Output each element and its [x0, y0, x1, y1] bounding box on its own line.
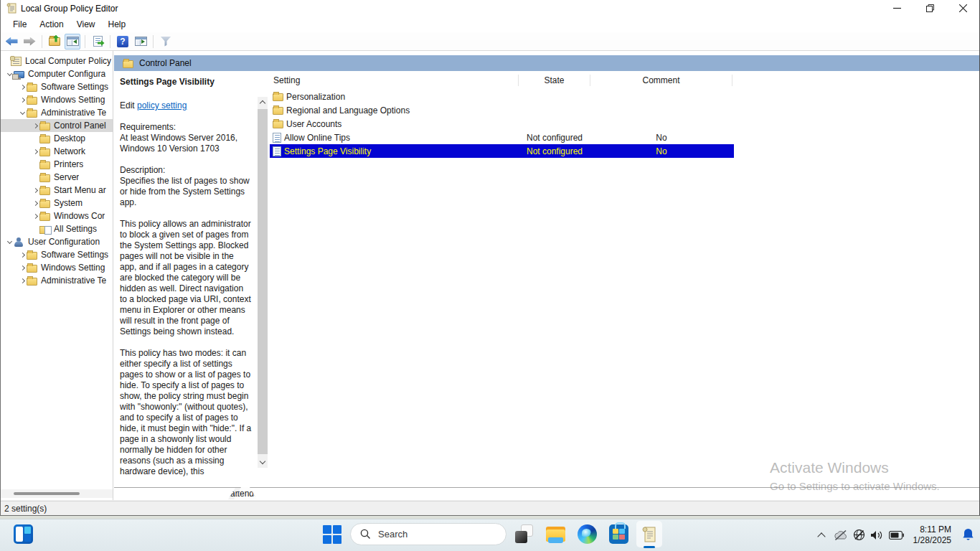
edge-icon[interactable]	[578, 524, 597, 544]
tree-expander-icon[interactable]	[5, 241, 14, 243]
setting-row[interactable]: Allow Online Tips Not configured No	[270, 131, 734, 144]
column-header-comment[interactable]: Comment	[590, 75, 732, 86]
export-list-icon[interactable]	[90, 34, 105, 50]
forward-icon[interactable]	[22, 34, 37, 50]
tree-item[interactable]: User Configuration	[1, 235, 113, 248]
microsoft-store-icon[interactable]	[609, 524, 628, 544]
description-label: Description:	[120, 165, 252, 176]
column-header-state[interactable]: State	[519, 75, 590, 86]
scroll-up-icon[interactable]	[258, 97, 268, 108]
search-icon	[360, 529, 371, 540]
tree-item[interactable]: Administrative Te	[1, 106, 113, 119]
tree-expander-icon[interactable]	[18, 98, 27, 102]
widgets-icon[interactable]	[14, 524, 33, 544]
console-body: Local Computer Policy Computer Configura…	[1, 51, 979, 500]
show-action-pane-icon[interactable]	[133, 34, 149, 50]
no-internet-icon[interactable]	[853, 529, 865, 541]
tree-item-icon	[27, 97, 37, 105]
active-app-indicator	[644, 546, 655, 548]
notification-bell-icon[interactable]	[962, 528, 974, 542]
tree-expander-icon[interactable]	[18, 266, 27, 270]
show-console-tree-icon[interactable]	[65, 34, 80, 50]
setting-name: Settings Page Visibility	[284, 146, 371, 156]
volume-icon[interactable]	[870, 529, 884, 541]
tree-expander-icon[interactable]	[31, 189, 39, 192]
description-scrollbar[interactable]	[258, 97, 268, 468]
tree-expander-icon[interactable]	[31, 150, 39, 154]
onedrive-offline-icon[interactable]	[834, 529, 848, 541]
tree-item-icon	[14, 71, 24, 78]
tree-item[interactable]: Software Settings	[1, 80, 113, 93]
tree-item-label: Windows Setting	[41, 95, 105, 105]
tree-item-icon	[27, 84, 37, 92]
up-one-level-icon[interactable]	[47, 34, 62, 50]
menu-item[interactable]: Help	[102, 17, 133, 32]
tree-expander-icon[interactable]	[31, 202, 39, 205]
search-input[interactable]: Search	[350, 523, 507, 545]
group-policy-editor-icon[interactable]	[636, 521, 662, 547]
setting-row[interactable]: Regional and Language Options	[270, 103, 734, 117]
scrollbar-thumb[interactable]	[258, 109, 268, 454]
title-bar[interactable]: Local Group Policy Editor	[1, 0, 979, 17]
tree-item[interactable]: Windows Setting	[1, 261, 113, 274]
setting-icon	[273, 146, 281, 156]
tree-expander-icon[interactable]	[18, 279, 27, 283]
tree-item[interactable]: All Settings	[1, 222, 113, 235]
tree-item[interactable]: Local Computer Policy	[1, 55, 113, 67]
tree-item[interactable]: Control Panel	[1, 119, 113, 132]
column-header-setting[interactable]: Setting	[270, 75, 519, 86]
menu-item[interactable]: File	[6, 17, 33, 32]
tree-item[interactable]: Computer Configura	[1, 67, 113, 80]
tree-item[interactable]: Software Settings	[1, 248, 113, 261]
tree-item[interactable]: System	[1, 197, 113, 209]
search-placeholder: Search	[378, 529, 407, 540]
restore-button[interactable]	[913, 0, 946, 17]
clock[interactable]: 8:11 PM 1/28/2025	[913, 524, 951, 546]
setting-row[interactable]: User Accounts	[270, 117, 734, 131]
back-icon[interactable]	[4, 34, 19, 50]
tree-expander-icon[interactable]	[18, 85, 27, 89]
tree-item[interactable]: Desktop	[1, 132, 113, 145]
setting-icon	[273, 121, 283, 128]
filter-icon[interactable]	[158, 34, 174, 50]
tree-expander-icon[interactable]	[18, 112, 27, 114]
battery-icon[interactable]	[889, 531, 904, 540]
tree-item[interactable]: Server	[1, 171, 113, 184]
requirements-line: At least Windows Server 2016,	[120, 133, 252, 143]
tree-expander-icon[interactable]	[31, 215, 39, 218]
tree-horizontal-scrollbar[interactable]	[1, 489, 113, 498]
setting-name: Regional and Language Options	[286, 105, 410, 116]
tree-expander-icon[interactable]	[18, 253, 27, 257]
hidden-icons-chevron[interactable]	[817, 532, 825, 540]
tree-item[interactable]: Windows Cor	[1, 209, 113, 222]
tray-date: 1/28/2025	[913, 535, 951, 546]
minimize-button[interactable]	[880, 0, 913, 17]
tree-item[interactable]: Start Menu ar	[1, 184, 113, 197]
tree-item-label: Administrative Te	[41, 276, 106, 286]
tree-item-label: Windows Cor	[54, 211, 105, 221]
tree-item[interactable]: Administrative Te	[1, 274, 113, 287]
menu-item[interactable]: Action	[33, 17, 70, 32]
file-explorer-icon[interactable]	[546, 524, 565, 544]
menu-item[interactable]: View	[70, 17, 102, 32]
start-icon[interactable]	[322, 524, 341, 544]
sep	[42, 35, 42, 48]
edit-prefix: Edit	[120, 100, 137, 110]
tree-expander-icon[interactable]	[31, 124, 39, 128]
scroll-down-icon[interactable]	[258, 457, 268, 468]
setting-row[interactable]: Settings Page Visibility Not configured …	[270, 144, 734, 158]
tree-item-label: Computer Configura	[28, 69, 105, 79]
tree-item[interactable]: Network	[1, 145, 113, 158]
selected-setting-title: Settings Page Visibility	[120, 77, 252, 88]
tree-item-icon	[39, 161, 50, 169]
policy-setting-link[interactable]: policy setting	[137, 100, 187, 110]
tree-item-icon	[39, 200, 50, 208]
task-view-icon[interactable]	[514, 524, 534, 544]
help-icon[interactable]	[115, 34, 131, 50]
setting-row[interactable]: Personalization	[270, 90, 734, 103]
tree-item[interactable]: Printers	[1, 158, 113, 171]
scrollbar-thumb[interactable]	[14, 492, 80, 495]
setting-icon	[273, 133, 281, 143]
close-button[interactable]	[946, 0, 979, 17]
tree-item[interactable]: Windows Setting	[1, 93, 113, 106]
